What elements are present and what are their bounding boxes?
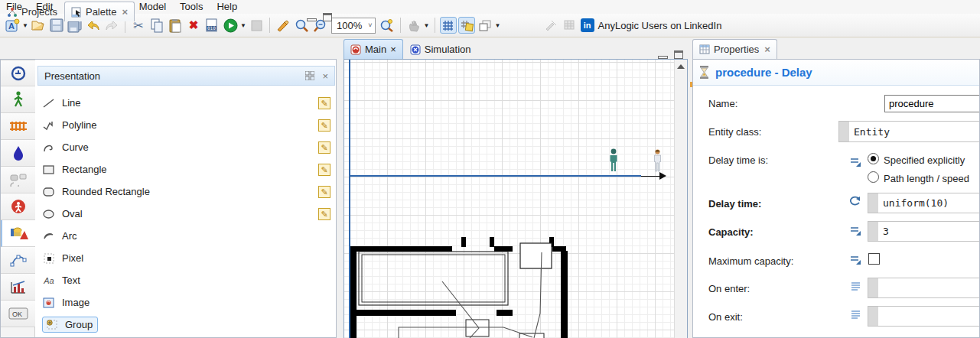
radio-path-length-speed[interactable]	[868, 171, 879, 183]
polyline-icon	[42, 119, 56, 132]
palette-item-group[interactable]: Group	[37, 314, 335, 336]
tab-simulation[interactable]: Simulation	[403, 39, 478, 59]
on-enter-label: On enter:	[708, 283, 750, 294]
canvas-vertical-scrollbar[interactable]	[674, 60, 687, 338]
new-model-dropdown-icon[interactable]: ▼	[21, 22, 29, 29]
svg-text:010: 010	[207, 25, 216, 31]
tab-simulation-label: Simulation	[425, 44, 471, 55]
minimize-view-icon[interactable]	[307, 18, 317, 21]
edit-pencil-icon[interactable]: ✎	[318, 119, 330, 132]
edit-pencil-icon[interactable]: ✎	[318, 164, 330, 176]
rectangle-icon	[42, 164, 56, 176]
linkedin-icon[interactable]: in	[581, 18, 594, 32]
palette-item-curve[interactable]: Curve ✎	[37, 136, 335, 158]
palette-item-label: Arc	[62, 230, 330, 242]
properties-view: procedure - Delay Name: Entity class: En…	[692, 59, 980, 338]
run-dropdown-icon[interactable]: ▼	[239, 22, 247, 29]
copy-shape-dropdown-icon[interactable]: ▼	[494, 22, 502, 29]
snap-to-grid-icon[interactable]	[458, 17, 475, 34]
show-grid-icon[interactable]	[440, 17, 457, 34]
library-material-handling-icon[interactable]	[1, 167, 35, 193]
library-process-modeling-icon[interactable]	[1, 60, 35, 86]
entity-class-field[interactable]: Entity	[838, 121, 980, 142]
tab-main-label: Main	[365, 44, 386, 55]
zoom-combo-dropdown-icon[interactable]: ˅	[368, 21, 372, 29]
palette-item-text[interactable]: Aa Text	[37, 269, 335, 291]
library-fluid-icon[interactable]	[1, 140, 35, 167]
static-value-icon[interactable]	[849, 156, 861, 167]
scroll-up-icon[interactable]	[677, 64, 685, 69]
copy-shape-icon[interactable]	[477, 17, 493, 34]
tab-palette-label: Palette	[86, 6, 116, 18]
on-exit-field[interactable]	[868, 306, 980, 327]
on-enter-field[interactable]	[868, 278, 980, 298]
maximize-editor-icon[interactable]	[674, 50, 683, 59]
floorplan-drawing[interactable]	[344, 60, 676, 338]
code-lines-icon[interactable]	[851, 281, 861, 292]
svg-text:A: A	[8, 21, 15, 31]
name-input[interactable]	[884, 95, 980, 112]
delay-time-value: uniform(10)	[878, 197, 949, 209]
delay-time-field[interactable]: uniform(10)	[868, 193, 980, 213]
dynamic-value-icon[interactable]	[848, 196, 861, 208]
zoom-level-combo[interactable]: 100% ˅	[331, 18, 376, 34]
radio-specified-explicitly[interactable]	[868, 153, 879, 164]
maximum-capacity-label: Maximum capacity:	[708, 255, 793, 267]
palette-item-arc[interactable]: Arc	[37, 225, 335, 247]
edit-pencil-icon[interactable]: ✎	[318, 141, 330, 154]
projects-icon	[7, 7, 18, 18]
linkedin-link[interactable]: AnyLogic Users on LinkedIn	[598, 20, 722, 31]
library-analysis-icon[interactable]	[1, 274, 35, 301]
maximize-view-icon[interactable]	[323, 13, 332, 21]
palette-item-image[interactable]: Image	[37, 291, 335, 314]
canvas-grid[interactable]	[344, 60, 674, 338]
static-value-icon[interactable]	[849, 254, 861, 265]
library-presentation-icon[interactable]	[1, 220, 35, 247]
group-icon	[45, 318, 59, 330]
code-field-strip	[868, 222, 878, 241]
capacity-value: 3	[878, 226, 889, 237]
palette-item-polyline[interactable]: Polyline ✎	[37, 114, 335, 136]
tab-palette-close-icon[interactable]: ×	[122, 6, 128, 18]
edit-pencil-icon[interactable]: ✎	[318, 186, 330, 198]
palette-item-rectangle[interactable]: Rectangle ✎	[37, 158, 335, 180]
library-road-traffic-icon[interactable]	[1, 193, 35, 220]
layout-view-icon[interactable]	[305, 71, 314, 80]
tab-palette[interactable]: Palette ×	[64, 2, 135, 21]
toolbar-separator	[400, 18, 401, 33]
code-lines-icon[interactable]	[851, 310, 861, 320]
tab-main[interactable]: Main ×	[343, 39, 403, 59]
maximum-capacity-checkbox[interactable]	[868, 253, 880, 265]
tab-main-close-icon[interactable]: ×	[390, 44, 396, 55]
tab-projects[interactable]: Projects	[0, 2, 64, 21]
palette-item-line[interactable]: Line ✎	[37, 92, 335, 114]
edit-pencil-icon[interactable]: ✎	[318, 97, 330, 109]
entity-class-label: Entity class:	[708, 126, 761, 138]
static-value-icon[interactable]	[849, 225, 861, 236]
palette-item-pixel[interactable]: Pixel	[37, 247, 335, 269]
pan-dropdown-icon[interactable]: ▼	[423, 22, 431, 29]
tab-properties[interactable]: Properties ×	[692, 39, 777, 59]
properties-header: procedure - Delay	[693, 60, 979, 86]
palette-item-oval[interactable]: Oval ✎	[37, 203, 335, 225]
reset-zoom-icon[interactable]	[379, 17, 396, 34]
palette-item-label: Rounded Rectangle	[62, 186, 318, 197]
pixel-icon	[42, 252, 56, 265]
properties-icon	[699, 44, 710, 54]
simulation-icon	[410, 44, 421, 55]
pan-tool-icon[interactable]	[405, 17, 422, 34]
code-field-strip	[839, 122, 849, 141]
capacity-field[interactable]: 3	[868, 221, 980, 242]
library-controls-icon[interactable]: OK	[1, 301, 35, 327]
edit-pencil-icon[interactable]: ✎	[318, 208, 330, 220]
section-close-icon[interactable]: ×	[322, 70, 328, 82]
palette-item-rounded-rectangle[interactable]: Rounded Rectangle ✎	[37, 180, 335, 203]
library-statechart-icon[interactable]	[1, 247, 35, 274]
presentation-section-header[interactable]: Presentation ×	[37, 66, 335, 86]
palette-item-label: Curve	[62, 141, 318, 153]
library-rail-icon[interactable]	[1, 113, 35, 140]
delay-hourglass-icon	[699, 66, 709, 79]
library-pedestrian-icon[interactable]	[1, 86, 35, 113]
model-canvas[interactable]	[343, 59, 688, 338]
tab-properties-close-icon[interactable]: ×	[764, 44, 770, 55]
